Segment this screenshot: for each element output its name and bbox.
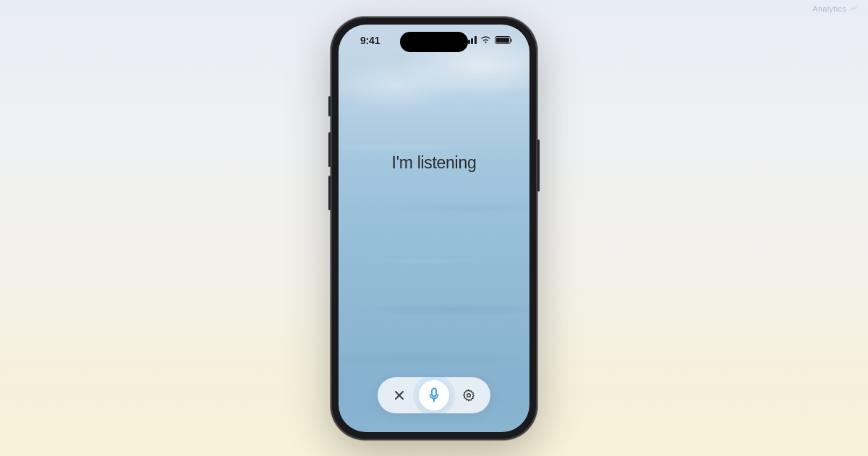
volume-mute-switch — [328, 96, 331, 116]
phone-frame: 9:41 I'm listening — [331, 17, 537, 440]
volume-up-button — [328, 132, 331, 167]
listening-status-text: I'm listening — [339, 153, 529, 173]
svg-rect-2 — [432, 388, 436, 396]
microphone-icon — [427, 387, 441, 403]
analytics-text: Analytics — [812, 4, 846, 13]
close-icon — [393, 390, 405, 401]
status-indicators — [464, 36, 512, 44]
analytics-chart-icon — [849, 5, 858, 12]
svg-point-4 — [467, 393, 471, 397]
voice-control-bar — [378, 377, 490, 413]
volume-down-button — [328, 176, 331, 210]
settings-button[interactable] — [459, 385, 479, 405]
status-time: 9:41 — [360, 35, 380, 46]
gear-icon — [462, 389, 475, 402]
wifi-icon — [480, 36, 491, 44]
analytics-label: Analytics — [812, 4, 858, 13]
phone-screen: 9:41 I'm listening — [339, 25, 529, 432]
battery-icon — [495, 36, 513, 44]
close-button[interactable] — [389, 385, 409, 405]
power-button — [537, 139, 540, 192]
microphone-button[interactable] — [419, 380, 449, 410]
dynamic-island — [400, 32, 468, 52]
